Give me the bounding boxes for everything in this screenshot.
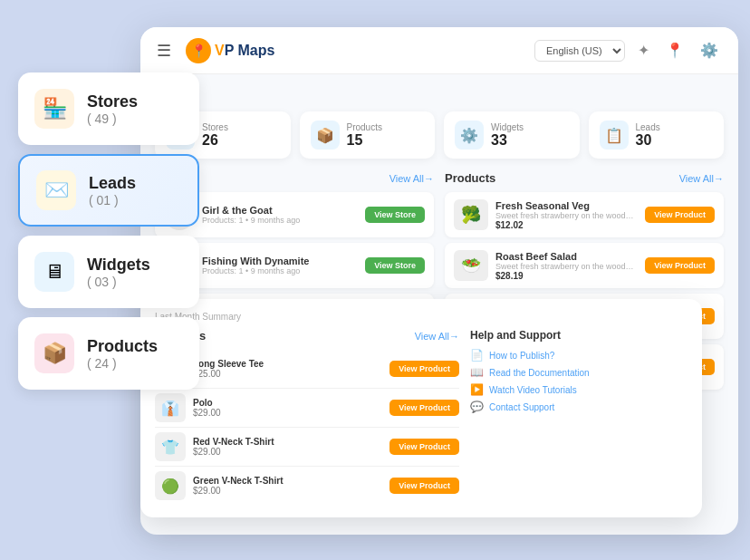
- help-text-2: Watch Video Tutorials: [489, 385, 577, 395]
- products-icon: 📦: [34, 333, 74, 373]
- stat-card-widgets: ⚙️ Widgets 33: [444, 111, 580, 159]
- help-item-2[interactable]: ▶️ Watch Video Tutorials: [470, 383, 688, 396]
- lm-info-2: Red V-Neck T-Shirt $29.00: [193, 437, 382, 457]
- star-icon[interactable]: ✦: [634, 38, 653, 63]
- sidebar-card-leads[interactable]: ✉️ Leads ( 01 ): [18, 154, 199, 227]
- topnav: ☰ 📍 VP Maps English (US) ✦ 📍 ⚙️: [140, 27, 738, 74]
- store-name-0: Girl & the Goat: [202, 205, 358, 216]
- store-name-1: Fishing With Dynamite: [202, 256, 358, 266]
- product-desc-0: Sweet fresh strawberry on the wooden tab…: [495, 211, 638, 220]
- view-store-button-0[interactable]: View Store: [365, 207, 425, 223]
- hamburger-icon[interactable]: ☰: [157, 41, 171, 61]
- view-product-button-0[interactable]: View Product: [645, 207, 715, 223]
- products-title: Products: [87, 337, 158, 356]
- products-stat-icon: 📦: [311, 121, 340, 150]
- product-info-1: Roast Beef Salad Sweet fresh strawberry …: [495, 251, 638, 281]
- leads-stat-num: 30: [636, 132, 660, 149]
- product-name-1: Roast Beef Salad: [495, 251, 638, 262]
- products-view-all[interactable]: View All→: [679, 173, 724, 184]
- stat-card-leads: 📋 Leads 30: [589, 111, 725, 159]
- lm-price-0: $25.00: [193, 369, 382, 379]
- logo-icon: 📍: [186, 38, 211, 63]
- lm-name-3: Green V-Neck T-Shirt: [193, 476, 382, 486]
- lm-name-2: Red V-Neck T-Shirt: [193, 437, 382, 447]
- widgets-title: Widgets: [87, 256, 150, 275]
- help-icon-3: 💬: [470, 401, 484, 413]
- help-icon-2: ▶️: [470, 383, 484, 396]
- help-item-1[interactable]: 📖 Read the Documentation: [470, 366, 688, 379]
- widgets-stat-num: 33: [491, 132, 524, 149]
- last-month-item-1: 👔 Polo $29.00 View Product: [155, 389, 459, 428]
- last-month-label: Last Month Summary: [155, 312, 688, 322]
- lm-img-1: 👔: [155, 393, 186, 422]
- widgets-icon: 🖥: [34, 252, 74, 292]
- sidebar: 🏪 Stores ( 49 ) ✉️ Leads ( 01 ) 🖥 Widget…: [18, 72, 199, 390]
- products-header: Products View All→: [445, 171, 724, 185]
- settings-icon[interactable]: ⚙️: [697, 38, 722, 63]
- products-stat-label: Products: [347, 122, 382, 132]
- language-selector[interactable]: English (US): [534, 40, 625, 62]
- widgets-stat-label: Widgets: [491, 122, 524, 132]
- leads-title: Leads: [89, 174, 136, 193]
- last-month-products: Products View All→ 👕 Long Sleeve Tee $25…: [155, 329, 459, 505]
- leads-icon: ✉️: [36, 170, 76, 210]
- lm-price-1: $29.00: [193, 408, 382, 418]
- lm-name-1: Polo: [193, 398, 382, 408]
- leads-text: Leads ( 01 ): [89, 174, 136, 208]
- products-text: Products ( 24 ): [87, 337, 158, 371]
- sidebar-card-products[interactable]: 📦 Products ( 24 ): [18, 317, 199, 390]
- leads-count: ( 01 ): [89, 193, 136, 208]
- lm-view-button-0[interactable]: View Product: [389, 361, 459, 377]
- help-list: 📄 How to Publish? 📖 Read the Documentati…: [470, 349, 688, 413]
- last-month-list: 👕 Long Sleeve Tee $25.00 View Product 👔 …: [155, 350, 459, 505]
- product-item-1: 🥗 Roast Beef Salad Sweet fresh strawberr…: [445, 243, 724, 288]
- widgets-stat-info: Widgets 33: [491, 122, 524, 149]
- stores-view-all[interactable]: View All→: [389, 173, 434, 184]
- products-section-title: Products: [445, 171, 495, 185]
- products-stat-info: Products 15: [347, 122, 382, 149]
- help-item-3[interactable]: 💬 Contact Support: [470, 401, 688, 413]
- product-item-0: 🥦 Fresh Seasonal Veg Sweet fresh strawbe…: [445, 192, 724, 237]
- lm-price-3: $29.00: [193, 486, 382, 496]
- last-month-view-all[interactable]: View All→: [415, 331, 459, 342]
- bottom-panel: Last Month Summary Products View All→ 👕 …: [140, 299, 702, 517]
- stores-count: ( 49 ): [87, 111, 138, 126]
- help-text-3: Contact Support: [489, 402, 554, 412]
- lm-img-3: 🟢: [155, 471, 186, 500]
- last-month-item-2: 👕 Red V-Neck T-Shirt $29.00 View Product: [155, 428, 459, 467]
- last-month-header: Products View All→: [155, 329, 459, 343]
- product-price-1: $28.19: [495, 271, 638, 281]
- lm-info-0: Long Sleeve Tee $25.00: [193, 359, 382, 379]
- store-info-0: Girl & the Goat Products: 1 • 9 months a…: [202, 205, 358, 225]
- product-img-1: 🥗: [454, 250, 488, 281]
- widgets-count: ( 03 ): [87, 275, 150, 289]
- store-meta-0: Products: 1 • 9 months ago: [202, 216, 358, 225]
- view-store-button-1[interactable]: View Store: [365, 257, 425, 274]
- products-stat-num: 15: [347, 132, 382, 149]
- stores-text: Stores ( 49 ): [87, 92, 138, 126]
- widgets-text: Widgets ( 03 ): [87, 256, 150, 289]
- help-item-0[interactable]: 📄 How to Publish?: [470, 349, 688, 362]
- product-price-0: $12.02: [495, 220, 638, 230]
- stat-card-products: 📦 Products 15: [300, 111, 436, 159]
- logo: 📍 VP Maps: [186, 38, 274, 63]
- stores-stat-label: Stores: [202, 122, 228, 132]
- help-text-1: Read the Documentation: [489, 368, 590, 378]
- product-name-0: Fresh Seasonal Veg: [495, 200, 638, 211]
- lm-view-button-1[interactable]: View Product: [389, 400, 459, 416]
- page-title: Home: [155, 87, 724, 102]
- view-product-button-1[interactable]: View Product: [645, 257, 715, 274]
- last-month-item-3: 🟢 Green V-Neck T-Shirt $29.00 View Produ…: [155, 467, 459, 505]
- stores-icon: 🏪: [34, 89, 74, 129]
- products-count: ( 24 ): [87, 356, 158, 371]
- lm-img-2: 👕: [155, 432, 186, 461]
- stores-stat-num: 26: [202, 132, 228, 149]
- sidebar-card-widgets[interactable]: 🖥 Widgets ( 03 ): [18, 236, 199, 308]
- sidebar-card-stores[interactable]: 🏪 Stores ( 49 ): [18, 72, 199, 145]
- product-info-0: Fresh Seasonal Veg Sweet fresh strawberr…: [495, 200, 638, 230]
- logo-text: VP Maps: [215, 43, 274, 59]
- lm-view-button-3[interactable]: View Product: [389, 478, 459, 494]
- help-title: Help and Support: [470, 329, 688, 342]
- lm-view-button-2[interactable]: View Product: [389, 439, 459, 455]
- location-icon[interactable]: 📍: [662, 38, 688, 63]
